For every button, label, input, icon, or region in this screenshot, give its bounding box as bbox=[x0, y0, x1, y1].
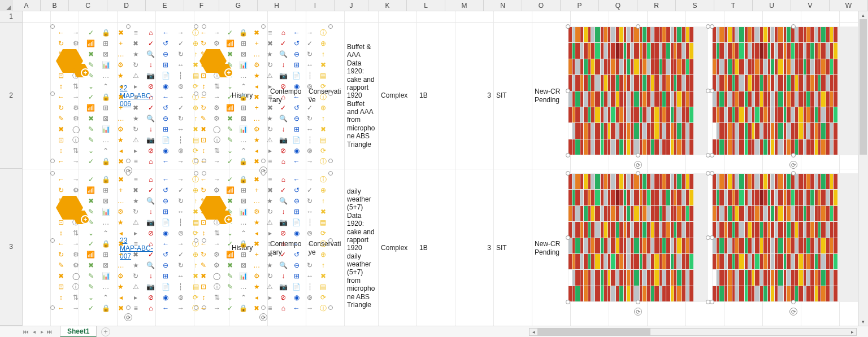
selection-handle[interactable] bbox=[261, 159, 266, 163]
selection-handle[interactable] bbox=[50, 24, 55, 29]
column-header-J[interactable]: J bbox=[335, 0, 368, 11]
cell-P1[interactable] bbox=[571, 11, 609, 23]
cell-R1[interactable] bbox=[648, 11, 686, 23]
selection-handle[interactable] bbox=[50, 91, 55, 96]
row-header-1[interactable]: 1 bbox=[0, 11, 22, 23]
embedded-mosaic-2[interactable] bbox=[711, 26, 868, 156]
selection-handle[interactable] bbox=[710, 300, 714, 304]
column-header-B[interactable]: B bbox=[41, 0, 69, 11]
selection-handle[interactable] bbox=[566, 300, 570, 304]
column-header-N[interactable]: N bbox=[484, 0, 522, 11]
selection-handle[interactable] bbox=[126, 171, 131, 176]
selection-handle[interactable] bbox=[194, 305, 198, 310]
selection-handle[interactable] bbox=[710, 89, 714, 93]
scroll-right-button[interactable]: ▸ bbox=[848, 329, 856, 335]
rotate-handle-icon[interactable] bbox=[634, 308, 642, 316]
cell-M2-text[interactable]: 3 bbox=[455, 23, 494, 169]
embedded-icon-gallery-3[interactable]: ←→✓🔒✖≡⌂←→ⓘ↻⚙📶⊞+✖✓↺✓⊕✎⚙✖⊠…★🔍⊖↻↑✖◯✎📊⚙↻↓⊞↔✖… bbox=[52, 173, 205, 308]
cell-S1[interactable] bbox=[686, 11, 724, 23]
selection-handle[interactable] bbox=[328, 238, 333, 243]
selection-handle[interactable] bbox=[710, 24, 714, 29]
selection-handle[interactable] bbox=[194, 238, 198, 243]
column-header-F[interactable]: F bbox=[184, 0, 219, 11]
cell-A1[interactable] bbox=[23, 11, 51, 23]
selection-handle[interactable] bbox=[710, 153, 714, 157]
selection-handle[interactable] bbox=[791, 24, 796, 29]
column-header-G[interactable]: G bbox=[219, 0, 258, 11]
hscroll-thumb[interactable] bbox=[537, 329, 650, 335]
column-header-I[interactable]: I bbox=[296, 0, 335, 11]
selection-handle[interactable] bbox=[791, 171, 796, 176]
cells-area[interactable]: 22MAP-ABC-006HistoryContemporaryConserva… bbox=[23, 11, 868, 326]
vertical-scrollbar[interactable]: ▴ ▾ bbox=[858, 11, 868, 326]
sheet-tab-active[interactable]: Sheet1 bbox=[60, 326, 97, 337]
rotate-handle-icon[interactable] bbox=[789, 161, 797, 169]
hscroll-track[interactable] bbox=[537, 329, 848, 335]
selection-handle[interactable] bbox=[636, 153, 640, 157]
cell-K3-text[interactable]: Complex bbox=[379, 169, 417, 326]
selection-handle[interactable] bbox=[636, 300, 640, 304]
cell-K1[interactable] bbox=[379, 11, 417, 23]
cell-M1[interactable] bbox=[455, 11, 494, 23]
selection-handle[interactable] bbox=[261, 305, 266, 310]
cell-N1[interactable] bbox=[494, 11, 532, 23]
selection-handle[interactable] bbox=[194, 24, 198, 29]
cell-A2[interactable] bbox=[23, 23, 51, 169]
cell-T1[interactable] bbox=[724, 11, 763, 23]
embedded-mosaic-1[interactable] bbox=[567, 26, 709, 156]
selection-handle[interactable] bbox=[126, 159, 131, 163]
scroll-up-button[interactable]: ▴ bbox=[858, 11, 868, 19]
rotate-handle-icon[interactable] bbox=[634, 161, 642, 169]
column-header-P[interactable]: P bbox=[561, 0, 599, 11]
selection-handle[interactable] bbox=[194, 171, 198, 176]
rotate-handle-icon[interactable] bbox=[789, 308, 797, 316]
selection-handle[interactable] bbox=[566, 89, 570, 93]
selection-handle[interactable] bbox=[710, 171, 714, 176]
cell-L2-text[interactable]: 1B bbox=[417, 23, 455, 169]
cell-U1[interactable] bbox=[763, 11, 801, 23]
selection-handle[interactable] bbox=[194, 91, 198, 96]
column-header-U[interactable]: U bbox=[753, 0, 791, 11]
cell-D1[interactable] bbox=[118, 11, 156, 23]
embedded-mosaic-4[interactable] bbox=[711, 173, 868, 303]
selection-handle[interactable] bbox=[50, 305, 55, 310]
sheet-nav-first-icon[interactable]: ⏮ bbox=[23, 329, 29, 335]
selection-handle[interactable] bbox=[194, 159, 198, 163]
cell-N2-text[interactable]: SIT bbox=[494, 23, 532, 169]
cell-L1[interactable] bbox=[417, 11, 455, 23]
selection-handle[interactable] bbox=[328, 305, 333, 310]
selection-handle[interactable] bbox=[50, 159, 55, 163]
rotate-handle-icon[interactable] bbox=[259, 313, 267, 321]
cell-B1[interactable] bbox=[51, 11, 79, 23]
column-header-Q[interactable]: Q bbox=[599, 0, 637, 11]
sheet-nav-last-icon[interactable]: ⏭ bbox=[46, 329, 53, 335]
vscroll-thumb[interactable] bbox=[860, 19, 867, 155]
cell-Q1[interactable] bbox=[609, 11, 648, 23]
selection-handle[interactable] bbox=[261, 171, 266, 176]
selection-handle[interactable] bbox=[328, 91, 333, 96]
selection-handle[interactable] bbox=[636, 171, 640, 176]
cell-J1[interactable] bbox=[345, 11, 379, 23]
column-header-L[interactable]: L bbox=[407, 0, 445, 11]
sheet-nav-next-icon[interactable]: ▸ bbox=[38, 329, 45, 335]
column-header-K[interactable]: K bbox=[368, 0, 407, 11]
embedded-icon-gallery-2[interactable]: ←→✓🔒✖≡⌂←→ⓘ↻⚙📶⊞+✖✓↺✓⊕✎⚙✖⊠…★🔍⊖↻↑✖◯✎📊⚙↻↓⊞↔✖… bbox=[196, 26, 331, 161]
selection-handle[interactable] bbox=[328, 171, 333, 176]
selection-handle[interactable] bbox=[126, 24, 131, 29]
column-header-H[interactable]: H bbox=[258, 0, 296, 11]
sheet-nav-prev-icon[interactable]: ◂ bbox=[31, 329, 37, 335]
selection-handle[interactable] bbox=[566, 24, 570, 29]
selection-handle[interactable] bbox=[566, 153, 570, 157]
scroll-left-button[interactable]: ◂ bbox=[530, 329, 537, 335]
selection-handle[interactable] bbox=[328, 24, 333, 29]
cell-F1[interactable] bbox=[194, 11, 229, 23]
horizontal-scrollbar[interactable]: ◂ ▸ bbox=[529, 328, 857, 336]
column-header-T[interactable]: T bbox=[714, 0, 753, 11]
add-sheet-button[interactable]: ＋ bbox=[101, 327, 110, 336]
scroll-down-button[interactable]: ▾ bbox=[858, 318, 868, 326]
selection-handle[interactable] bbox=[710, 235, 714, 240]
selection-handle[interactable] bbox=[126, 305, 131, 310]
cell-K2-text[interactable]: Complex bbox=[379, 23, 417, 169]
cell-A3[interactable] bbox=[23, 169, 51, 326]
cell-C1[interactable] bbox=[79, 11, 118, 23]
